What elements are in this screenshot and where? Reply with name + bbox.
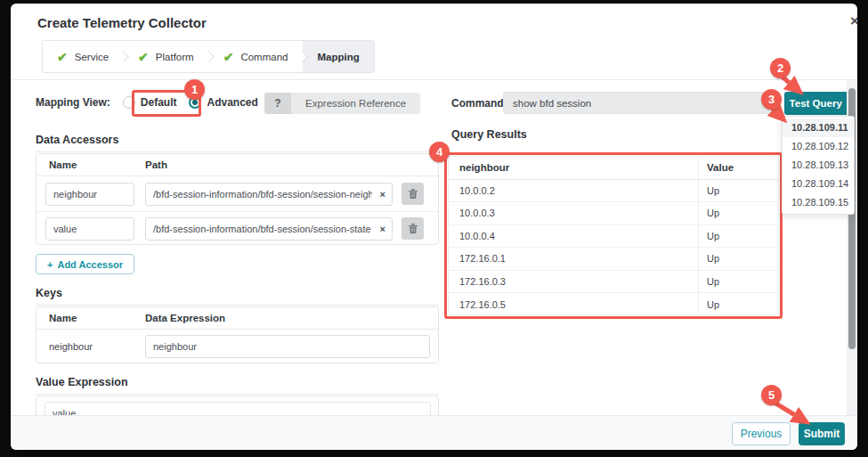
table-row: 172.16.0.5 Up — [449, 293, 778, 316]
keys-heading: Keys — [36, 287, 439, 306]
device-menu-item[interactable]: 10.28.109.11 — [783, 118, 854, 137]
query-results-table: neighbour Value 10.0.0.2 Up 10.0.0.3 Up … — [448, 156, 779, 315]
data-accessors-heading: Data Accessors — [36, 134, 439, 152]
step-platform[interactable]: ✔ Platform — [124, 41, 208, 72]
value-cell: Up — [699, 208, 778, 218]
add-accessor-button[interactable]: + Add Accessor — [36, 254, 134, 274]
neighbour-cell: 10.0.0.4 — [449, 225, 699, 248]
accessor-row: × — [37, 211, 438, 246]
callout-4: 4 — [429, 142, 450, 162]
query-results-heading: Query Results — [451, 128, 527, 141]
create-telemetry-collector-dialog: Create Telemetry Collector × ✔ Service ✔… — [11, 4, 857, 450]
column-neighbour: neighbour — [449, 157, 699, 179]
mapping-view-label: Mapping View: — [36, 96, 110, 109]
neighbour-cell: 172.16.0.5 — [449, 293, 699, 316]
step-label: Service — [75, 52, 109, 62]
value-cell: Up — [699, 253, 778, 264]
keys-card: Name Data Expression neighbour — [36, 306, 439, 363]
page-background: Create Telemetry Collector × ✔ Service ✔… — [0, 0, 868, 457]
key-expression-input[interactable] — [145, 335, 430, 358]
neighbour-cell: 172.16.0.3 — [449, 271, 699, 293]
radio-label: Default — [141, 96, 177, 109]
radio-label: Advanced — [207, 96, 257, 109]
step-label: Mapping — [317, 52, 359, 62]
table-row: 10.0.0.4 Up — [449, 225, 778, 249]
table-row: 10.0.0.3 Up — [449, 202, 778, 225]
expression-reference-button[interactable]: ? Expression Reference — [264, 93, 420, 114]
test-query-button[interactable]: Test Query ▾ — [784, 92, 856, 115]
column-path: Path — [145, 159, 167, 170]
column-name: Name — [37, 159, 145, 170]
column-value: Value — [699, 162, 778, 173]
trash-icon — [408, 188, 418, 200]
keys-header-row: Name Data Expression — [37, 307, 438, 330]
mapping-view-group: Mapping View: Default Advanced — [36, 96, 258, 109]
device-menu-item[interactable]: 10.28.109.15 — [783, 193, 854, 212]
table-row: 172.16.0.1 Up — [449, 248, 778, 271]
delete-accessor-button[interactable] — [402, 183, 424, 205]
check-icon: ✔ — [57, 50, 68, 64]
plus-icon: + — [47, 259, 53, 270]
value-cell: Up — [699, 231, 778, 241]
trash-icon — [408, 223, 418, 234]
delete-accessor-button[interactable] — [402, 217, 424, 240]
help-icon: ? — [264, 93, 291, 114]
column-data-expression: Data Expression — [145, 313, 225, 323]
accessor-name-input[interactable] — [45, 217, 134, 241]
add-accessor-label: Add Accessor — [57, 259, 123, 270]
test-query-label: Test Query — [790, 98, 842, 109]
table-row: 10.0.0.2 Up — [449, 180, 778, 203]
value-cell: Up — [699, 299, 778, 310]
step-label: Command — [240, 52, 288, 62]
key-row: neighbour — [37, 330, 438, 363]
data-accessors-header-row: Name Path — [37, 154, 438, 176]
dialog-footer: Previous Submit — [11, 415, 857, 450]
dialog-title: Create Telemetry Collector — [37, 15, 207, 30]
value-expression-heading: Value Expression — [36, 376, 439, 395]
radio-icon[interactable] — [123, 96, 135, 109]
device-menu-item[interactable]: 10.28.109.14 — [783, 175, 854, 193]
step-label: Platform — [156, 52, 194, 62]
neighbour-cell: 10.0.0.2 — [449, 180, 699, 202]
check-icon: ✔ — [138, 50, 149, 64]
neighbour-cell: 172.16.0.1 — [449, 248, 699, 270]
command-input[interactable] — [503, 92, 772, 114]
device-menu-item[interactable]: 10.28.109.13 — [783, 156, 854, 175]
key-name: neighbour — [37, 341, 145, 352]
accessor-row: × — [37, 176, 438, 211]
callout-1: 1 — [184, 79, 205, 100]
table-row: 172.16.0.3 Up — [449, 271, 778, 294]
accessor-path-input[interactable] — [145, 217, 393, 241]
close-icon[interactable]: × — [844, 11, 857, 32]
value-cell: Up — [699, 185, 778, 196]
check-icon: ✔ — [223, 50, 234, 64]
device-menu-item[interactable]: 10.28.109.12 — [783, 137, 854, 156]
column-name: Name — [37, 313, 145, 323]
radio-default[interactable]: Default — [123, 96, 177, 109]
expression-reference-label: Expression Reference — [291, 93, 420, 114]
clear-icon[interactable]: × — [380, 189, 385, 200]
submit-button[interactable]: Submit — [799, 422, 845, 445]
device-dropdown-menu: 10.28.109.11 10.28.109.12 10.28.109.13 1… — [782, 116, 855, 215]
previous-button[interactable]: Previous — [732, 422, 791, 445]
command-label: Command: — [451, 97, 507, 110]
data-accessors-card: Name Path × × — [36, 153, 439, 245]
wizard-steps: ✔ Service ✔ Platform ✔ Command Mapping — [42, 40, 375, 73]
clear-icon[interactable]: × — [380, 224, 385, 234]
step-command[interactable]: ✔ Command — [209, 41, 303, 72]
step-service[interactable]: ✔ Service — [43, 41, 123, 72]
callout-3: 3 — [761, 89, 782, 110]
callout-5: 5 — [761, 385, 782, 405]
accessor-name-input[interactable] — [45, 183, 134, 206]
neighbour-cell: 10.0.0.3 — [449, 202, 699, 224]
callout-2: 2 — [770, 58, 791, 78]
value-cell: Up — [699, 276, 778, 287]
header-divider — [11, 79, 857, 80]
step-mapping[interactable]: Mapping — [303, 41, 373, 72]
query-results-header-row: neighbour Value — [449, 157, 778, 180]
accessor-path-input[interactable] — [145, 183, 393, 206]
